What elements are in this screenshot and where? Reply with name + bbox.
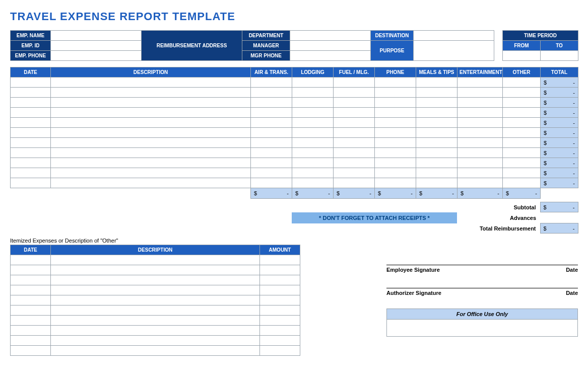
itemized-cell[interactable] — [51, 326, 260, 336]
expense-cell[interactable] — [375, 78, 416, 88]
expense-cell[interactable] — [458, 108, 503, 118]
expense-cell[interactable] — [292, 78, 334, 88]
emp-id-field[interactable] — [51, 41, 142, 51]
expense-cell[interactable] — [334, 108, 375, 118]
itemized-cell[interactable] — [260, 346, 300, 356]
itemized-cell[interactable] — [11, 316, 51, 326]
from-field[interactable] — [503, 51, 541, 61]
expense-cell[interactable] — [375, 118, 416, 128]
destination-field[interactable] — [414, 31, 494, 41]
office-use-field[interactable] — [386, 320, 578, 337]
expense-cell[interactable] — [251, 78, 292, 88]
expense-cell[interactable] — [11, 88, 51, 98]
expense-cell[interactable] — [503, 108, 541, 118]
expense-cell[interactable] — [251, 138, 292, 148]
expense-cell[interactable] — [334, 118, 375, 128]
expense-cell[interactable] — [416, 158, 458, 168]
itemized-cell[interactable] — [260, 275, 300, 285]
expense-cell[interactable] — [503, 118, 541, 128]
expense-cell[interactable] — [51, 78, 251, 88]
department-field[interactable] — [290, 31, 371, 41]
expense-cell[interactable] — [292, 88, 334, 98]
expense-cell[interactable] — [11, 108, 51, 118]
expense-cell[interactable] — [11, 118, 51, 128]
itemized-cell[interactable] — [260, 285, 300, 295]
emp-name-field[interactable] — [51, 31, 142, 41]
manager-field[interactable] — [290, 41, 371, 51]
expense-cell[interactable] — [251, 88, 292, 98]
expense-cell[interactable] — [292, 98, 334, 108]
expense-cell[interactable] — [416, 78, 458, 88]
expense-cell[interactable] — [503, 138, 541, 148]
expense-cell[interactable] — [11, 168, 51, 178]
itemized-cell[interactable] — [51, 295, 260, 305]
expense-cell[interactable] — [375, 178, 416, 188]
expense-cell[interactable] — [51, 88, 251, 98]
itemized-cell[interactable] — [11, 275, 51, 285]
expense-cell[interactable] — [458, 98, 503, 108]
expense-cell[interactable] — [51, 168, 251, 178]
itemized-cell[interactable] — [260, 255, 300, 265]
expense-cell[interactable] — [251, 168, 292, 178]
expense-cell[interactable] — [503, 128, 541, 138]
expense-cell[interactable] — [251, 178, 292, 188]
expense-cell[interactable] — [416, 168, 458, 178]
expense-cell[interactable] — [416, 178, 458, 188]
expense-cell[interactable] — [251, 118, 292, 128]
expense-cell[interactable] — [51, 138, 251, 148]
expense-cell[interactable] — [458, 88, 503, 98]
expense-cell[interactable] — [458, 138, 503, 148]
itemized-cell[interactable] — [260, 316, 300, 326]
expense-cell[interactable] — [51, 158, 251, 168]
expense-cell[interactable] — [11, 138, 51, 148]
expense-cell[interactable] — [51, 128, 251, 138]
to-field[interactable] — [541, 51, 578, 61]
expense-cell[interactable] — [51, 148, 251, 158]
expense-cell[interactable] — [375, 158, 416, 168]
expense-cell[interactable] — [458, 168, 503, 178]
itemized-cell[interactable] — [51, 305, 260, 316]
itemized-cell[interactable] — [260, 326, 300, 336]
expense-cell[interactable] — [292, 128, 334, 138]
expense-cell[interactable] — [458, 148, 503, 158]
expense-cell[interactable] — [51, 108, 251, 118]
expense-cell[interactable] — [503, 158, 541, 168]
itemized-cell[interactable] — [260, 305, 300, 316]
expense-cell[interactable] — [292, 138, 334, 148]
expense-cell[interactable] — [503, 88, 541, 98]
expense-cell[interactable] — [292, 108, 334, 118]
expense-cell[interactable] — [334, 138, 375, 148]
expense-cell[interactable] — [292, 178, 334, 188]
expense-cell[interactable] — [503, 98, 541, 108]
expense-cell[interactable] — [292, 168, 334, 178]
expense-cell[interactable] — [51, 98, 251, 108]
expense-cell[interactable] — [458, 158, 503, 168]
expense-cell[interactable] — [334, 128, 375, 138]
expense-cell[interactable] — [51, 178, 251, 188]
itemized-cell[interactable] — [51, 275, 260, 285]
expense-cell[interactable] — [334, 148, 375, 158]
expense-cell[interactable] — [416, 98, 458, 108]
itemized-cell[interactable] — [11, 346, 51, 356]
expense-cell[interactable] — [334, 88, 375, 98]
expense-cell[interactable] — [416, 118, 458, 128]
itemized-cell[interactable] — [260, 336, 300, 346]
expense-cell[interactable] — [292, 158, 334, 168]
itemized-cell[interactable] — [11, 336, 51, 346]
itemized-cell[interactable] — [11, 295, 51, 305]
itemized-cell[interactable] — [260, 265, 300, 275]
emp-phone-field[interactable] — [51, 51, 142, 61]
expense-cell[interactable] — [251, 108, 292, 118]
expense-cell[interactable] — [458, 118, 503, 128]
itemized-cell[interactable] — [51, 255, 260, 265]
expense-cell[interactable] — [503, 78, 541, 88]
mgr-phone-field[interactable] — [290, 51, 371, 61]
itemized-cell[interactable] — [51, 346, 260, 356]
expense-cell[interactable] — [251, 98, 292, 108]
itemized-cell[interactable] — [11, 265, 51, 275]
expense-cell[interactable] — [375, 128, 416, 138]
itemized-cell[interactable] — [51, 316, 260, 326]
expense-cell[interactable] — [11, 78, 51, 88]
itemized-cell[interactable] — [51, 265, 260, 275]
expense-cell[interactable] — [375, 88, 416, 98]
